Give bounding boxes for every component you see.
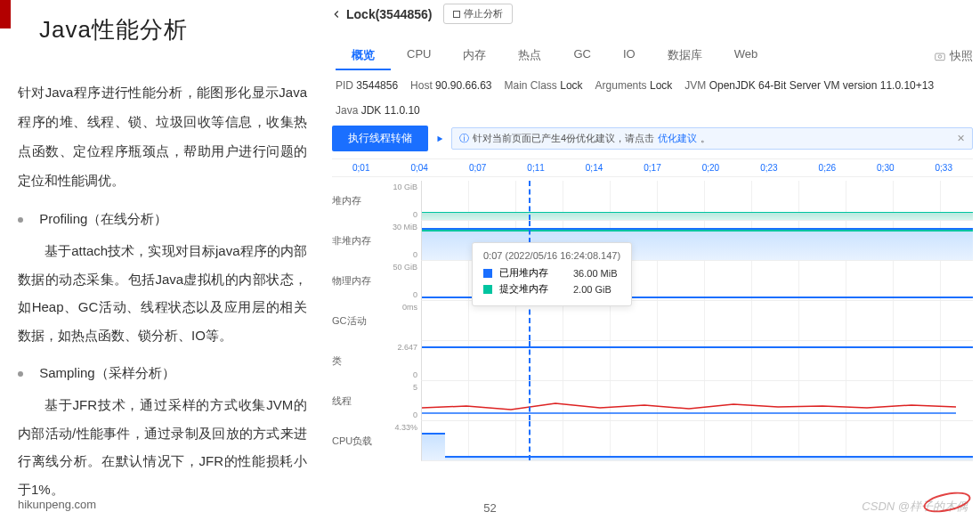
legend-swatch-icon (483, 285, 492, 294)
profiler-screenshot: Lock(3544856) 停止分析 概览 CPU 内存 热点 GC IO 数据… (325, 0, 980, 520)
legend-swatch-icon (483, 269, 492, 278)
tooltip-label: 已用堆内存 (499, 266, 548, 280)
tip-link[interactable]: 优化建议 (658, 132, 697, 145)
time-tick: 0;17 (623, 163, 681, 173)
page-title: Java性能分析 (39, 14, 316, 45)
chart-label: 线程 (332, 381, 385, 421)
y-axis: 30 MiB0 (385, 221, 421, 261)
time-cursor-line (529, 181, 530, 220)
chart-gc: GC活动 0ms (332, 301, 973, 341)
stop-icon (453, 11, 460, 18)
time-axis[interactable]: 0;01 0;04 0;07 0;11 0;14 0;17 0;20 0;23 … (332, 158, 973, 177)
bullet-icon (18, 217, 23, 223)
time-tick: 0;20 (682, 163, 740, 173)
tip-text: 针对当前页面已产生4份优化建议，请点击 (473, 132, 654, 145)
threads-line (422, 381, 973, 420)
optimization-tip-banner: ⓘ 针对当前页面已产生4份优化建议，请点击 优化建议 。 ✕ (451, 127, 973, 150)
site-footer: hikunpeng.com (18, 498, 96, 511)
time-tick: 0;30 (856, 163, 914, 173)
chart-label: CPU负载 (332, 421, 385, 461)
action-row: 执行线程转储 ⓘ 针对当前页面已产生4份优化建议，请点击 优化建议 。 ✕ (332, 126, 973, 151)
time-tick: 0;26 (798, 163, 856, 173)
back-label: Lock(3544856) (346, 7, 433, 21)
close-icon[interactable]: ✕ (957, 133, 965, 144)
thread-dump-button[interactable]: 执行线程转储 (332, 126, 428, 151)
tooltip-value: 36.00 MiB (573, 268, 618, 279)
time-tick: 0;01 (332, 163, 390, 173)
svg-marker-2 (438, 135, 443, 142)
svg-rect-0 (935, 53, 945, 61)
chart-area[interactable] (421, 301, 973, 341)
y-axis: 4.33% (385, 421, 421, 461)
snapshot-button[interactable]: 快照 (934, 42, 973, 70)
tooltip-row: 已用堆内存 36.00 MiB (483, 266, 620, 280)
tab-cpu[interactable]: CPU (391, 42, 447, 70)
info-icon: ⓘ (459, 132, 469, 145)
bullet-icon (18, 371, 23, 377)
time-tick: 0;07 (449, 163, 506, 173)
time-cursor-line (529, 301, 530, 340)
chart-tooltip: 0:07 (2022/05/16 16:24:08.147) 已用堆内存 36.… (472, 242, 632, 306)
tab-memory[interactable]: 内存 (447, 42, 502, 70)
tooltip-title: 0:07 (2022/05/16 16:24:08.147) (483, 250, 620, 261)
chart-cpu: CPU负载 4.33% (332, 421, 973, 461)
y-axis: 10 GiB0 (385, 181, 421, 221)
list-item-sampling: Sampling（采样分析） (18, 365, 307, 382)
chart-label: 物理内存 (332, 261, 385, 301)
stop-analysis-button[interactable]: 停止分析 (443, 4, 513, 24)
play-icon[interactable] (435, 134, 444, 143)
tooltip-row: 提交堆内存 2.00 GiB (483, 282, 620, 296)
y-axis: 0ms (385, 301, 421, 341)
tab-bar: 概览 CPU 内存 热点 GC IO 数据库 Web 快照 (336, 42, 973, 70)
svg-point-1 (938, 55, 942, 59)
chart-label: 堆内存 (332, 181, 385, 221)
chart-area[interactable] (421, 181, 973, 221)
chart-area[interactable] (421, 381, 973, 421)
chart-area[interactable] (421, 421, 973, 461)
camera-icon (934, 50, 946, 62)
back-button[interactable]: Lock(3544856) (330, 7, 433, 21)
list-item-profiling: Profiling（在线分析） (18, 211, 307, 228)
time-tick: 0;33 (915, 163, 973, 173)
chevron-left-icon (330, 8, 343, 20)
tab-web[interactable]: Web (718, 42, 774, 70)
tab-hotspot[interactable]: 热点 (502, 42, 557, 70)
time-cursor-line (529, 341, 530, 380)
page-number: 52 (483, 501, 496, 515)
info-mainclass: Main Class Lock (505, 79, 583, 92)
chart-threads: 线程 50 (332, 381, 973, 421)
list-label: Profiling（在线分析） (39, 211, 167, 226)
time-tick: 0;04 (390, 163, 448, 173)
tip-suffix: 。 (701, 132, 710, 145)
chart-label: 类 (332, 341, 385, 381)
charts-container: 堆内存 10 GiB0 非堆内存 30 MiB0 物理内存 50 GiB0 (332, 181, 973, 461)
chart-physical: 物理内存 50 GiB0 (332, 261, 973, 301)
tab-gc[interactable]: GC (557, 42, 607, 70)
intro-paragraph: 针对Java程序进行性能分析，能图形化显示Java程序的堆、线程、锁、垃圾回收等… (18, 77, 307, 195)
chart-classes: 类 2.6470 (332, 341, 973, 381)
tab-overview[interactable]: 概览 (336, 42, 391, 70)
process-info-row: PID 3544856 Host 90.90.66.63 Main Class … (325, 70, 980, 126)
chart-heap: 堆内存 10 GiB0 (332, 181, 973, 221)
chart-label: 非堆内存 (332, 221, 385, 261)
info-java: Java JDK 11.0.10 (336, 104, 420, 117)
header-row: Lock(3544856) 停止分析 (325, 0, 980, 28)
chart-area[interactable] (421, 341, 973, 381)
chart-nonheap: 非堆内存 30 MiB0 (332, 221, 973, 261)
tab-io[interactable]: IO (607, 42, 652, 70)
tooltip-label: 提交堆内存 (499, 282, 548, 296)
slide-text-panel: Java性能分析 针对Java程序进行性能分析，能图形化显示Java程序的堆、线… (0, 0, 325, 520)
chart-label: GC活动 (332, 301, 385, 341)
time-cursor-line (529, 421, 530, 460)
stop-label: 停止分析 (464, 7, 503, 20)
y-axis: 2.6470 (385, 341, 421, 381)
tooltip-value: 2.00 GiB (573, 284, 611, 295)
time-tick: 0;14 (565, 163, 623, 173)
title-accent (0, 0, 11, 28)
snapshot-label: 快照 (950, 48, 973, 64)
info-host: Host 90.90.66.63 (410, 79, 491, 92)
time-tick: 0;11 (506, 163, 564, 173)
profiling-desc: 基于attach技术，实现对目标java程序的内部数据的动态采集。包括Java虚… (18, 237, 307, 349)
tab-db[interactable]: 数据库 (652, 42, 718, 70)
y-axis: 50 GiB0 (385, 261, 421, 301)
